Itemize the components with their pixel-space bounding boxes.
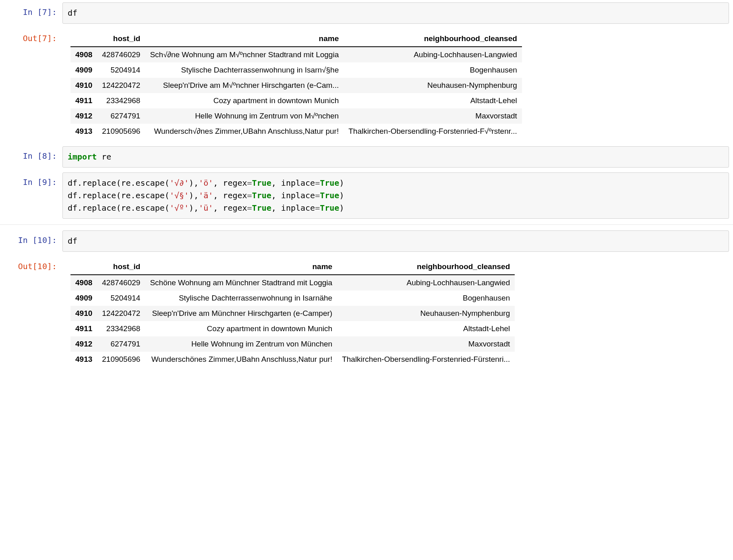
code-input-10[interactable]: df (62, 230, 729, 252)
col-name: name (145, 31, 344, 47)
code-text: ) (339, 178, 344, 188)
string-literal: 'ö' (199, 178, 213, 188)
module-name: re (97, 152, 111, 162)
cell-name: Schöne Wohnung am Münchner Stadtrand mit… (145, 275, 337, 290)
code-text: , inplace (271, 203, 315, 213)
col-neighbourhood: neighbourhood_cleansed (344, 31, 522, 47)
cell-index: 4912 (70, 336, 97, 352)
cell-neighbourhood: Altstadt-Lehel (337, 321, 515, 336)
out-prompt-7: Out[7]: (4, 29, 62, 45)
string-literal: '√∂' (170, 178, 189, 188)
operator: = (247, 178, 252, 188)
in-prompt-7: In [7]: (4, 2, 62, 19)
keyword-true: True (320, 191, 339, 200)
cell-in-9: In [9]: df.replace(re.escape('√∂'),'ö', … (0, 170, 733, 221)
cell-neighbourhood: Maxvorstadt (337, 336, 515, 352)
cell-name: Wundersch√∂nes Zimmer,UBahn Anschluss,Na… (145, 124, 344, 139)
cell-index: 4911 (70, 321, 97, 336)
cell-neighbourhood: Bogenhausen (337, 290, 515, 306)
code-text: , regex (213, 203, 247, 213)
cell-neighbourhood: Neuhausen-Nymphenburg (337, 306, 515, 321)
col-host-id: host_id (97, 259, 145, 275)
code-input-9[interactable]: df.replace(re.escape('√∂'),'ö', regex=Tr… (62, 172, 729, 219)
code-text: ) (339, 191, 344, 200)
code-text: df (68, 236, 77, 246)
cell-host-id: 23342968 (97, 321, 145, 336)
keyword-true: True (252, 203, 271, 213)
table-row: 4913 210905696 Wundersch√∂nes Zimmer,UBa… (70, 124, 522, 139)
table-row: 4910 124220472 Sleep'n'Drive am Münchner… (70, 306, 515, 321)
cell-name: Wunderschönes Zimmer,UBahn Anschluss,Nat… (145, 352, 337, 367)
cell-name: Stylische Dachterrassenwohnung in Isarn√… (145, 62, 344, 78)
operator: = (315, 191, 320, 200)
cell-host-id: 6274791 (97, 108, 145, 124)
table-row: 4911 23342968 Cozy apartment in downtown… (70, 321, 515, 336)
dataframe-table-7: host_id name neighbourhood_cleansed 4908… (70, 31, 522, 139)
cell-index: 4909 (70, 62, 97, 78)
cell-host-id: 23342968 (97, 93, 145, 108)
keyword-true: True (252, 178, 271, 188)
code-text: , regex (213, 178, 247, 188)
operator: = (247, 203, 252, 213)
table-row: 4912 6274791 Helle Wohnung im Zentrum vo… (70, 336, 515, 352)
operator: = (247, 191, 252, 200)
cell-divider (0, 224, 733, 225)
cell-host-id: 6274791 (97, 336, 145, 352)
cell-out-7: Out[7]: host_id name neighbourhood_clean… (0, 26, 733, 144)
code-text: , inplace (271, 191, 315, 200)
operator: = (315, 178, 320, 188)
output-area-7: host_id name neighbourhood_cleansed 4908… (62, 29, 729, 141)
keyword-true: True (320, 178, 339, 188)
table-row: 4913 210905696 Wunderschönes Zimmer,UBah… (70, 352, 515, 367)
code-text: ), (189, 191, 199, 200)
cell-index: 4910 (70, 306, 97, 321)
cell-index: 4913 (70, 124, 97, 139)
cell-name: Cozy apartment in downtown Munich (145, 321, 337, 336)
code-text: ), (189, 203, 199, 213)
cell-name: Sleep'n'Drive am M√ºnchner Hirschgarten … (145, 78, 344, 93)
cell-neighbourhood: Aubing-Lochhausen-Langwied (337, 275, 515, 290)
cell-name: Sleep'n'Drive am Münchner Hirschgarten (… (145, 306, 337, 321)
cell-name: Stylische Dachterrassenwohnung in Isarnä… (145, 290, 337, 306)
col-host-id: host_id (97, 31, 145, 47)
cell-in-8: In [8]: import re (0, 144, 733, 170)
code-text: , inplace (271, 178, 315, 188)
code-input-7[interactable]: df (62, 2, 729, 24)
code-text: ) (339, 203, 344, 213)
col-neighbourhood: neighbourhood_cleansed (337, 259, 515, 275)
dataframe-table-10: host_id name neighbourhood_cleansed 4908… (70, 259, 515, 367)
out-prompt-10: Out[10]: (4, 257, 62, 273)
cell-host-id: 428746029 (97, 47, 145, 62)
cell-neighbourhood: Maxvorstadt (344, 108, 522, 124)
cell-neighbourhood: Altstadt-Lehel (344, 93, 522, 108)
in-prompt-8: In [8]: (4, 146, 62, 162)
code-text: ), (189, 178, 199, 188)
string-literal: '√§' (170, 191, 189, 200)
cell-index: 4911 (70, 93, 97, 108)
keyword-import: import (68, 152, 97, 162)
table-row: 4908 428746029 Schöne Wohnung am Münchne… (70, 275, 515, 290)
table-row: 4909 5204914 Stylische Dachterrassenwohn… (70, 290, 515, 306)
cell-neighbourhood: Thalkirchen-Obersendling-Forstenried-Für… (337, 352, 515, 367)
string-literal: 'ä' (199, 191, 213, 200)
operator: = (315, 203, 320, 213)
code-text: df.replace(re.escape( (68, 203, 170, 213)
keyword-true: True (320, 203, 339, 213)
cell-host-id: 210905696 (97, 124, 145, 139)
col-index (70, 31, 97, 47)
in-prompt-10: In [10]: (4, 230, 62, 247)
code-text: df.replace(re.escape( (68, 178, 170, 188)
code-text: df.replace(re.escape( (68, 191, 170, 200)
table-row: 4912 6274791 Helle Wohnung im Zentrum vo… (70, 108, 522, 124)
code-text: df (68, 8, 77, 18)
cell-index: 4908 (70, 47, 97, 62)
table-header-row: host_id name neighbourhood_cleansed (70, 31, 522, 47)
cell-in-7: In [7]: df (0, 0, 733, 26)
table-header-row: host_id name neighbourhood_cleansed (70, 259, 515, 275)
output-area-10: host_id name neighbourhood_cleansed 4908… (62, 257, 729, 369)
cell-name: Sch√∂ne Wohnung am M√ºnchner Stadtrand m… (145, 47, 344, 62)
code-input-8[interactable]: import re (62, 146, 729, 168)
keyword-true: True (252, 191, 271, 200)
cell-name: Helle Wohnung im Zentrum von M√ºnchen (145, 108, 344, 124)
cell-index: 4910 (70, 78, 97, 93)
